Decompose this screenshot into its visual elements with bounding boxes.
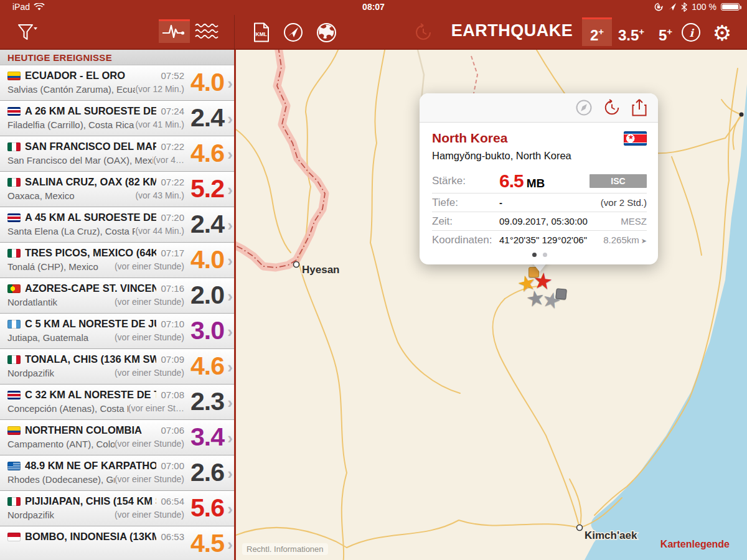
magnitude-filter-3-5plus[interactable]: 3.5+ (612, 17, 651, 46)
event-list-item[interactable]: TRES PICOS, MEXICO (64KM… 07:17 Tonalá (… (0, 243, 234, 278)
detail-row-magnitude: Stärke: 6.5MB ISC (432, 169, 647, 193)
event-title: 48.9 KM NE OF KARPATHOS (25, 460, 156, 472)
quake-marker-square-gray[interactable] (555, 288, 567, 300)
event-list-item[interactable]: TONALA, CHIS (136 KM SW) 07:09 Nordpazif… (0, 349, 234, 385)
magnitude-filter-5plus[interactable]: 5+ (651, 17, 680, 46)
event-list-item[interactable]: A 45 KM AL SUROESTE DE… 07:20 Santa Elen… (0, 207, 234, 243)
battery-percent: 100 % (692, 2, 716, 12)
share-icon[interactable] (632, 99, 647, 116)
event-relative-time: (vor einer Stunde) (115, 368, 184, 378)
country-flag-icon (7, 497, 21, 506)
svg-text:KML: KML (256, 31, 267, 37)
event-relative-time: (vor einer Stunde) (115, 439, 184, 449)
event-title: BOMBO, INDONESIA (13KM E) (25, 531, 156, 543)
event-time: 07:00 (161, 460, 184, 471)
north-korea-flag-icon (624, 131, 647, 146)
chevron-right-icon: › (227, 535, 233, 554)
event-location: San Francisco del Mar (OAX), Mexico (7, 155, 153, 166)
list-mode-seismograph-button[interactable] (159, 19, 190, 43)
event-time: 07:10 (161, 319, 184, 329)
magnitude-filter-2plus[interactable]: 2+ (582, 17, 612, 46)
event-list-item[interactable]: SALINA CRUZ, OAX (82 KM SE) 07:22 Oaxaca… (0, 172, 234, 207)
map-attribution[interactable]: Rechtl. Informationen (242, 543, 328, 555)
event-title: C 5 KM AL NORESTE DE JU… (25, 318, 156, 330)
page-dot-active[interactable] (532, 253, 537, 257)
page-dot-inactive[interactable] (543, 253, 547, 257)
list-header: HEUTIGE EREIGNISSE (0, 50, 234, 65)
distance-value: 8.265km➤ (603, 235, 647, 245)
event-title: AZORES-CAPE ST. VINCENT… (25, 282, 156, 294)
locate-me-button[interactable] (281, 20, 305, 45)
chevron-right-icon: › (227, 74, 233, 93)
event-time: 06:53 (161, 531, 184, 542)
event-relative-time: (vor 4… (153, 155, 184, 166)
kml-export-button[interactable]: KML (250, 20, 273, 45)
magnitude-value: 6.5 (499, 170, 524, 191)
country-flag-icon (7, 391, 21, 399)
event-list-item[interactable]: 48.9 KM NE OF KARPATHOS 07:00 Rhodes (Do… (0, 455, 234, 491)
chevron-right-icon: › (227, 216, 233, 235)
event-list-item[interactable]: C 5 KM AL NORESTE DE JU… 07:10 Jutiapa, … (0, 314, 234, 349)
battery-icon (721, 3, 740, 11)
timezone: MESZ (621, 216, 647, 226)
country-flag-icon (7, 284, 21, 293)
toolbar: KML EARTHQUAKE 2+ 3.5+ 5+ i ⚙ (0, 15, 747, 50)
country-flag-icon (7, 462, 21, 470)
info-button[interactable]: i (680, 21, 702, 44)
event-time: 07:22 (161, 141, 184, 152)
event-magnitude: 2.0 (190, 281, 224, 310)
event-magnitude: 3.0 (190, 316, 224, 345)
event-list-item[interactable]: NORTHERN COLOMBIA 07:06 Campamento (ANT)… (0, 420, 234, 455)
event-list-item[interactable]: AZORES-CAPE ST. VINCENT… 07:16 Nordatlan… (0, 278, 234, 314)
event-list-item[interactable]: BOMBO, INDONESIA (13KM E) 06:53 4.5 › (0, 526, 234, 560)
seismograph-icon (162, 23, 187, 39)
event-magnitude: 3.4 (190, 422, 224, 452)
event-title: A 26 KM AL SUROESTE DE… (25, 105, 156, 117)
list-mode-waves-button[interactable] (193, 19, 220, 43)
event-time: 07:17 (161, 248, 184, 258)
event-title: ECUADOR - EL ORO (25, 70, 156, 82)
history-button-disabled[interactable] (412, 21, 435, 44)
compass-icon[interactable] (576, 100, 592, 116)
detail-row-coordinates: Koordinaten: 41°20'35" 129°02'06" 8.265k… (432, 230, 647, 249)
event-location: Campamento (ANT), Colombia (7, 439, 115, 449)
popup-title: North Korea (432, 131, 624, 146)
event-list-item[interactable]: C 32 KM AL NORESTE DE T… 07:08 Concepció… (0, 385, 234, 420)
event-list-item[interactable]: ECUADOR - EL ORO 07:52 Salvias (Cantón Z… (0, 65, 234, 101)
event-magnitude: 4.6 (190, 352, 224, 381)
event-relative-time: (vor einer Stunde) (115, 261, 184, 272)
info-icon: i (681, 22, 701, 42)
event-location: Santa Elena (La Cruz), Costa Rica (7, 226, 135, 236)
event-list-item[interactable]: SAN FRANCISCO DEL MAR,… 07:22 San Franci… (0, 136, 234, 172)
settings-button[interactable]: ⚙ (708, 20, 736, 46)
event-time: 07:09 (161, 354, 184, 365)
event-list-item[interactable]: A 26 KM AL SUROESTE DE… 07:24 Filadelfia… (0, 101, 234, 136)
event-time: 07:16 (161, 283, 184, 294)
event-location: Nordpazifik (7, 368, 115, 378)
chevron-right-icon: › (227, 251, 233, 271)
source-badge[interactable]: ISC (590, 174, 647, 188)
quake-marker-star-red[interactable]: ★ (532, 269, 554, 293)
event-time: 07:52 (161, 70, 184, 81)
event-magnitude: 2.4 (190, 210, 224, 239)
page-dots (432, 249, 647, 258)
event-location: Rhodes (Dodecanese), Greece (7, 474, 115, 485)
chevron-right-icon: › (227, 145, 233, 164)
popup-header (420, 93, 658, 123)
event-location: Nordatlantik (7, 297, 115, 307)
event-time: 07:08 (161, 390, 184, 400)
event-title: SALINA CRUZ, OAX (82 KM SE) (25, 176, 156, 188)
event-relative-time: (vor 41 Min.) (135, 119, 184, 130)
event-location: Tonalá (CHP), Mexico (7, 261, 115, 272)
globe-button[interactable] (314, 20, 339, 45)
history-clock-icon[interactable] (603, 99, 621, 116)
event-relative-time: (vor einer Stunde) (115, 332, 184, 343)
filter-button[interactable] (11, 19, 42, 46)
globe-icon (316, 22, 337, 43)
location-arrow-icon (668, 2, 677, 11)
country-flag-icon (7, 320, 21, 329)
map-legend-link[interactable]: Kartenlegende (660, 539, 730, 550)
event-list-item[interactable]: PIJIJIAPAN, CHIS (154 KM SW) 06:54 Nordp… (0, 491, 234, 526)
kml-document-icon: KML (253, 22, 270, 42)
country-flag-icon (7, 533, 21, 541)
